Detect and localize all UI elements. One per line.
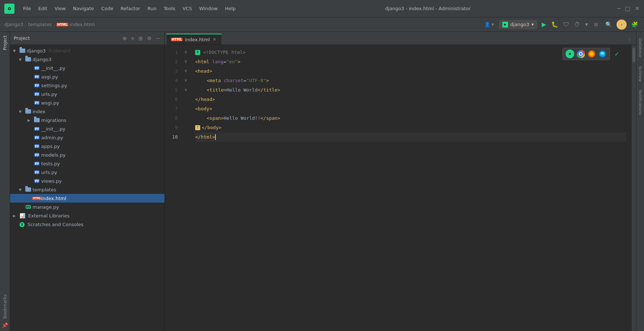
indexhtml-name: index.html <box>41 196 66 201</box>
tree-init-py[interactable]: py __init__.py <box>10 64 164 72</box>
views-name: views.py <box>41 178 62 184</box>
project-side-tab[interactable]: Project <box>1 32 9 54</box>
scrollbar-thumb[interactable] <box>632 48 635 62</box>
update-button[interactable]: ↑ <box>617 20 627 30</box>
tab-close-button[interactable]: ✕ <box>212 37 217 42</box>
admin-icon: py <box>34 135 40 140</box>
close-button[interactable]: ✕ <box>635 5 640 12</box>
right-panels: Database SciView Notifications <box>636 32 644 331</box>
menu-bar: File Edit View Navigate Code Refactor Ru… <box>20 4 239 13</box>
dropdown-button[interactable]: ▾ <box>583 20 590 29</box>
search-everywhere-button[interactable]: 🔍 <box>604 20 614 30</box>
tree-wsgi-py[interactable]: py wsgi.py <box>10 98 164 107</box>
tree-migrations[interactable]: ▶ migrations <box>10 116 164 124</box>
tree-root-django3[interactable]: ▼ django3 D:\django3 <box>10 46 164 55</box>
database-tab[interactable]: Database <box>637 35 643 61</box>
edge-browser-icon[interactable] <box>598 50 607 58</box>
tree-urls1-py[interactable]: py urls.py <box>10 90 164 98</box>
code-line-1: D <!DOCTYPE html> <box>195 48 626 57</box>
bookmarks-side-tab[interactable]: Bookmarks <box>1 291 9 322</box>
tree-external-libs[interactable]: ▶ 📊 External Libraries <box>10 211 164 220</box>
urls1-icon: py <box>34 91 40 97</box>
minimize-button[interactable]: ─ <box>617 5 621 12</box>
profile-button[interactable]: ⏱ <box>572 20 582 29</box>
tree-init2-py[interactable]: py __init__.py <box>10 124 164 133</box>
menu-window[interactable]: Window <box>196 4 220 13</box>
tree-models-py[interactable]: py models.py <box>10 150 164 159</box>
fold-7[interactable]: ▼ <box>182 76 189 85</box>
collapse-all-button[interactable]: ≡ <box>130 35 135 42</box>
breadcrumb-indexhtml[interactable]: HTML index.html <box>56 22 95 27</box>
line2-val: "en" <box>226 57 237 67</box>
firefox-browser-icon[interactable] <box>587 50 596 58</box>
line3-ob: < <box>195 67 198 76</box>
menu-navigate[interactable]: Navigate <box>70 4 97 13</box>
fold-gutter: ▼ ▼ ▼ ▼ ▼ <box>182 45 189 331</box>
menu-file[interactable]: File <box>20 4 34 13</box>
tree-settings-py[interactable]: py settings.py <box>10 81 164 90</box>
bookmark-pin-icon[interactable]: 📌 <box>2 322 8 331</box>
run-config-dropdown[interactable]: ▶ django3 ▾ <box>499 20 537 29</box>
user-dropdown-arrow: ▾ <box>491 22 494 27</box>
tree-templates-folder[interactable]: ▼ templates <box>10 185 164 194</box>
breadcrumb-django3[interactable]: django3 <box>4 22 23 27</box>
tree-manage-py[interactable]: py manage.py <box>10 203 164 211</box>
tree-urls2-py[interactable]: py urls.py <box>10 168 164 177</box>
tree-django3-folder[interactable]: ▼ django3 <box>10 55 164 64</box>
line9-tag: body <box>207 123 219 132</box>
plugins-button[interactable]: 🧩 <box>630 20 640 30</box>
add-content-root-button[interactable]: ⊕ <box>121 35 128 42</box>
editor-scrollbar[interactable] <box>632 45 636 331</box>
tests-icon: py <box>34 161 40 166</box>
sciview-tab[interactable]: SciView <box>637 63 643 85</box>
stop-button[interactable]: ⏹ <box>591 20 601 29</box>
line4-attr: charset <box>221 76 244 85</box>
breadcrumb-templates[interactable]: templates <box>28 22 52 27</box>
line10-ob: </ <box>195 132 201 142</box>
fold-2[interactable]: ▼ <box>182 57 189 67</box>
menu-edit[interactable]: Edit <box>35 4 50 13</box>
close-panel-button[interactable]: ─ <box>155 35 161 42</box>
chrome-browser-icon[interactable] <box>576 50 585 58</box>
line5-tag: title <box>210 85 224 95</box>
indexhtml-icon: HTML <box>34 195 40 201</box>
wsgi-name: wsgi.py <box>41 100 59 106</box>
tree-views-py[interactable]: py views.py <box>10 177 164 185</box>
debug-button[interactable]: 🐛 <box>549 20 560 29</box>
line8-text: Hello World!! <box>224 114 261 123</box>
menu-tools[interactable]: Tools <box>161 4 178 13</box>
tree-asgi-py[interactable]: py asgi.py <box>10 72 164 81</box>
fold-9[interactable]: ▼ <box>182 85 189 95</box>
user-button[interactable]: 👤 ▾ <box>482 21 496 28</box>
menu-help[interactable]: Help <box>222 4 239 13</box>
menu-refactor[interactable]: Refactor <box>117 4 143 13</box>
tab-more-button[interactable]: ⋮ <box>624 35 635 44</box>
tree-admin-py[interactable]: py admin.py <box>10 133 164 142</box>
tree-scratches-consoles[interactable]: S Scratches and Consoles <box>10 220 164 229</box>
tree-tests-py[interactable]: py tests.py <box>10 159 164 168</box>
line7-ob: < <box>195 104 198 114</box>
tree-apps-py[interactable]: py apps.py <box>10 142 164 150</box>
menu-run[interactable]: Run <box>145 4 159 13</box>
pycharm-browser-icon[interactable] <box>566 50 574 58</box>
code-editor[interactable]: D <!DOCTYPE html> <html lang="en"> <head… <box>189 45 632 331</box>
fold-1[interactable]: ▼ <box>182 48 189 57</box>
fold-3[interactable]: ▼ <box>182 67 189 76</box>
maximize-button[interactable]: □ <box>625 5 630 12</box>
notifications-tab[interactable]: Notifications <box>637 86 643 119</box>
run-button[interactable]: ▶ <box>540 20 548 29</box>
project-panel: Project ⊕ ≡ ⊞ ⚙ ─ ▼ django3 D:\django3 <box>10 32 165 331</box>
expand-button[interactable]: ⊞ <box>137 35 144 42</box>
settings-button[interactable]: ⚙ <box>146 35 153 42</box>
menu-vcs[interactable]: VCS <box>180 4 195 13</box>
line4-cb: > <box>266 76 269 85</box>
tree-index-folder[interactable]: ▼ index <box>10 107 164 116</box>
tab-index-html[interactable]: HTML index.html ✕ <box>166 34 222 44</box>
menu-code[interactable]: Code <box>98 4 116 13</box>
line8-ctag: span <box>266 114 277 123</box>
coverage-button[interactable]: 🛡 <box>562 20 571 29</box>
menu-view[interactable]: View <box>52 4 69 13</box>
tree-index-html[interactable]: HTML index.html <box>10 194 164 203</box>
line5-cb3: > <box>278 85 280 95</box>
line6-cb: > <box>212 95 215 104</box>
